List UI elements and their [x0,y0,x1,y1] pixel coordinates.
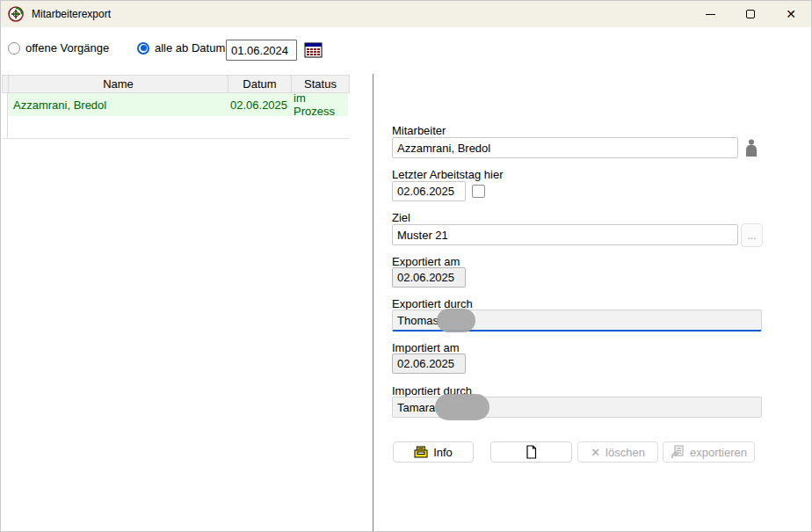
ziel-browse-button[interactable]: ... [741,223,763,247]
radio-group-all: alle ab Datum [137,41,225,55]
close-icon: ✕ [786,8,796,20]
column-header-datum[interactable]: Datum [228,76,292,92]
redaction-blob [435,394,489,420]
delete-x-icon: ✕ [591,446,600,459]
cell-status: im Prozess [291,93,348,116]
minimize-button[interactable] [690,1,730,27]
letzter-arbeitstag-label: Letzter Arbeitstag hier [392,168,503,181]
loeschen-button[interactable]: ✕ löschen [577,441,658,463]
mitarbeiterexport-window: Mitarbeiterexport ✕ offene Vorgänge alle… [0,0,812,532]
importiert-am-label: Importiert am [392,341,460,354]
letzter-arbeitstag-input[interactable] [392,181,466,201]
window-controls: ✕ [690,1,811,27]
table-header-row: Name Datum Status [2,75,350,93]
person-icon [744,138,758,157]
info-button-label: Info [433,446,453,459]
mitarbeiter-label: Mitarbeiter [392,124,446,137]
exportiert-am-label: Exportiert am [392,255,460,268]
table-row[interactable]: Azzamrani, Bredol 02.06.2025 im Prozess [2,93,350,116]
export-list-table: Name Datum Status Azzamrani, Bredol 02.0… [2,75,350,139]
close-button[interactable]: ✕ [771,1,811,27]
ziel-label: Ziel [392,211,410,224]
calendar-picker-button[interactable] [304,41,323,59]
minimize-icon [706,14,715,15]
exportieren-button[interactable]: exportieren [663,441,755,463]
new-document-button[interactable] [490,441,572,463]
radio-alle-ab-datum[interactable] [137,42,149,55]
window-title: Mitarbeiterexport [32,8,111,20]
ziel-input[interactable] [392,224,738,245]
filter-date-input[interactable] [226,40,297,61]
radio-offene-vorgaenge-label: offene Vorgänge [25,41,109,55]
mitarbeiter-input[interactable] [392,137,738,158]
info-button[interactable]: Info [393,441,474,463]
blank-document-icon [526,445,537,459]
maximize-icon [746,10,755,18]
loeschen-button-label: löschen [605,446,645,459]
table-row-empty [2,116,350,139]
row-gutter [2,93,8,116]
panel-divider [373,74,373,531]
card-index-icon [414,446,428,458]
app-logo-icon [8,6,24,22]
column-header-name[interactable]: Name [9,76,228,92]
letzter-arbeitstag-checkbox[interactable] [472,185,485,198]
importiert-am-input[interactable] [392,353,466,374]
radio-alle-ab-datum-label: alle ab Datum [155,41,225,55]
maximize-button[interactable] [730,1,771,27]
redaction-blob [437,309,475,332]
radio-group-open: offene Vorgänge [8,41,109,55]
exportiert-am-input[interactable] [392,267,466,288]
cell-datum: 02.06.2025 [228,93,291,116]
titlebar: Mitarbeiterexport ✕ [1,1,811,27]
export-document-icon [671,445,685,459]
cell-name: Azzamrani, Bredol [8,93,228,116]
exportieren-button-label: exportieren [690,446,747,459]
column-header-status[interactable]: Status [292,76,349,92]
row-gutter [2,116,8,138]
radio-offene-vorgaenge[interactable] [8,42,20,55]
calendar-icon [304,41,323,59]
table-header-gutter [3,76,9,92]
